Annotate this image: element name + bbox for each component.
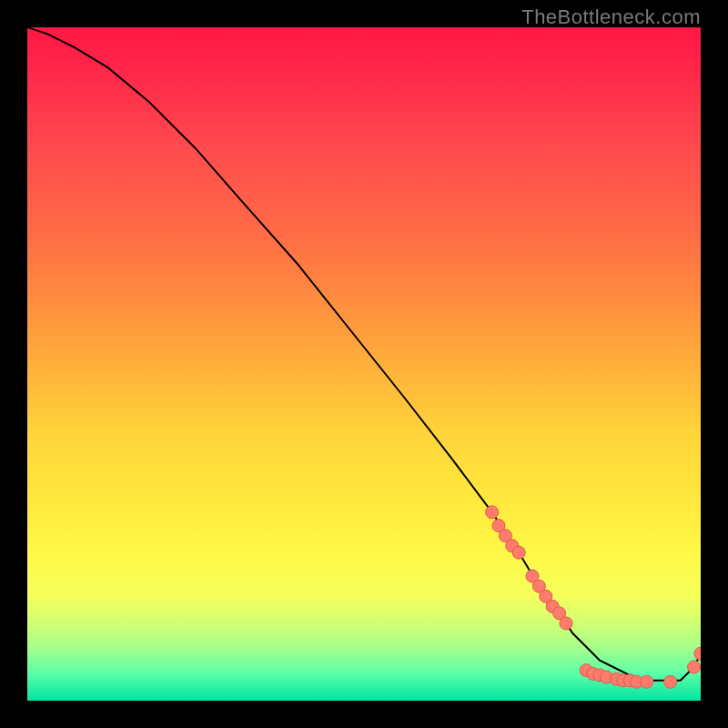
plot-area	[27, 27, 701, 701]
curve-marker	[641, 675, 653, 688]
curve-overlay	[27, 27, 701, 701]
attribution-label: TheBottleneck.com	[521, 5, 701, 29]
curve-marker	[560, 617, 572, 630]
curve-marker	[688, 661, 701, 673]
curve-marker	[486, 506, 499, 519]
bottleneck-curve	[27, 27, 701, 681]
curve-marker	[694, 647, 701, 660]
curve-markers	[486, 506, 701, 688]
curve-marker	[512, 546, 525, 559]
curve-marker	[664, 675, 677, 688]
chart-stage: TheBottleneck.com	[0, 0, 728, 728]
